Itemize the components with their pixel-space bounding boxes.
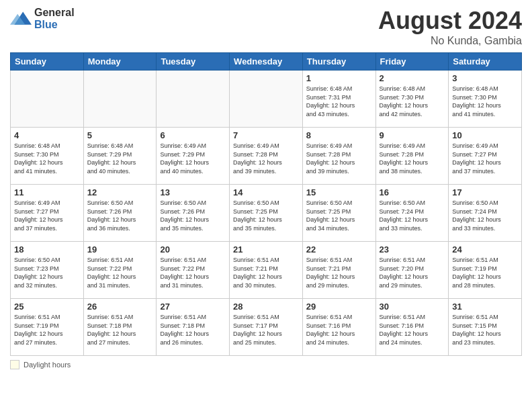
legend-box [10,360,19,369]
header-cell-tuesday: Tuesday [157,53,230,71]
day-number: 3 [452,73,518,83]
day-cell: 3Sunrise: 6:48 AM Sunset: 7:30 PM Daylig… [449,71,522,128]
logo: General Blue [10,7,75,30]
day-number: 18 [14,244,80,255]
day-cell: 26Sunrise: 6:51 AM Sunset: 7:18 PM Dayli… [83,299,157,356]
day-number: 26 [87,302,153,312]
day-info: Sunrise: 6:49 AM Sunset: 7:28 PM Dayligh… [380,142,445,175]
day-cell: 15Sunrise: 6:50 AM Sunset: 7:25 PM Dayli… [302,185,375,242]
calendar-subtitle: No Kunda, Gambia [378,35,522,47]
day-number: 27 [160,302,226,312]
day-cell: 30Sunrise: 6:51 AM Sunset: 7:16 PM Dayli… [375,299,449,356]
day-number: 5 [87,130,153,140]
day-cell: 2Sunrise: 6:48 AM Sunset: 7:30 PM Daylig… [375,71,449,128]
day-cell: 18Sunrise: 6:50 AM Sunset: 7:23 PM Dayli… [11,242,84,299]
week-row-2: 4Sunrise: 6:48 AM Sunset: 7:30 PM Daylig… [11,128,522,185]
header-cell-thursday: Thursday [302,53,375,71]
day-number: 14 [233,187,299,197]
day-cell: 31Sunrise: 6:51 AM Sunset: 7:15 PM Dayli… [449,299,522,356]
day-number: 16 [380,187,445,197]
logo-text: General Blue [34,7,75,30]
day-info: Sunrise: 6:48 AM Sunset: 7:30 PM Dayligh… [452,85,518,118]
logo-general-text: General [34,7,75,19]
day-cell: 14Sunrise: 6:50 AM Sunset: 7:25 PM Dayli… [230,185,303,242]
day-info: Sunrise: 6:50 AM Sunset: 7:26 PM Dayligh… [160,199,226,232]
day-info: Sunrise: 6:51 AM Sunset: 7:16 PM Dayligh… [380,313,445,347]
day-number: 24 [452,244,518,255]
title-area: August 2024 No Kunda, Gambia [378,7,522,47]
day-number: 29 [306,302,372,312]
day-cell: 6Sunrise: 6:49 AM Sunset: 7:29 PM Daylig… [157,128,230,185]
day-number: 6 [160,130,226,140]
day-info: Sunrise: 6:50 AM Sunset: 7:24 PM Dayligh… [452,199,518,232]
day-info: Sunrise: 6:51 AM Sunset: 7:18 PM Dayligh… [87,313,153,347]
day-cell: 21Sunrise: 6:51 AM Sunset: 7:21 PM Dayli… [230,242,303,299]
day-cell [11,71,84,128]
day-number: 23 [380,244,445,255]
header-row: SundayMondayTuesdayWednesdayThursdayFrid… [11,53,522,71]
day-info: Sunrise: 6:51 AM Sunset: 7:22 PM Dayligh… [160,256,226,289]
day-number: 8 [306,130,372,140]
day-number: 10 [452,130,518,140]
day-cell: 7Sunrise: 6:49 AM Sunset: 7:28 PM Daylig… [230,128,303,185]
day-info: Sunrise: 6:50 AM Sunset: 7:25 PM Dayligh… [306,199,372,232]
day-cell: 4Sunrise: 6:48 AM Sunset: 7:30 PM Daylig… [11,128,84,185]
header-cell-monday: Monday [83,53,157,71]
day-number: 15 [306,187,372,197]
day-number: 19 [87,244,153,255]
day-info: Sunrise: 6:49 AM Sunset: 7:27 PM Dayligh… [452,142,518,175]
day-number: 20 [160,244,226,255]
day-number: 9 [380,130,445,140]
header-cell-saturday: Saturday [449,53,522,71]
day-number: 31 [452,302,518,312]
day-cell: 23Sunrise: 6:51 AM Sunset: 7:20 PM Dayli… [375,242,449,299]
week-row-4: 18Sunrise: 6:50 AM Sunset: 7:23 PM Dayli… [11,242,522,299]
day-info: Sunrise: 6:50 AM Sunset: 7:24 PM Dayligh… [380,199,445,232]
day-cell: 19Sunrise: 6:51 AM Sunset: 7:22 PM Dayli… [83,242,157,299]
day-cell: 29Sunrise: 6:51 AM Sunset: 7:16 PM Dayli… [302,299,375,356]
day-cell: 12Sunrise: 6:50 AM Sunset: 7:26 PM Dayli… [83,185,157,242]
header-cell-sunday: Sunday [11,53,84,71]
day-cell: 20Sunrise: 6:51 AM Sunset: 7:22 PM Dayli… [157,242,230,299]
day-number: 7 [233,130,299,140]
day-cell: 24Sunrise: 6:51 AM Sunset: 7:19 PM Dayli… [449,242,522,299]
day-cell: 25Sunrise: 6:51 AM Sunset: 7:19 PM Dayli… [11,299,84,356]
day-info: Sunrise: 6:51 AM Sunset: 7:16 PM Dayligh… [306,313,372,347]
day-number: 28 [233,302,299,312]
day-number: 30 [380,302,445,312]
day-number: 25 [14,302,80,312]
page: General Blue August 2024 No Kunda, Gambi… [0,0,532,411]
day-cell: 10Sunrise: 6:49 AM Sunset: 7:27 PM Dayli… [449,128,522,185]
calendar-title: August 2024 [378,7,522,35]
day-info: Sunrise: 6:51 AM Sunset: 7:19 PM Dayligh… [452,256,518,289]
header-cell-wednesday: Wednesday [230,53,303,71]
day-info: Sunrise: 6:51 AM Sunset: 7:15 PM Dayligh… [452,313,518,347]
day-cell: 5Sunrise: 6:48 AM Sunset: 7:29 PM Daylig… [83,128,157,185]
day-cell: 27Sunrise: 6:51 AM Sunset: 7:18 PM Dayli… [157,299,230,356]
week-row-3: 11Sunrise: 6:49 AM Sunset: 7:27 PM Dayli… [11,185,522,242]
day-info: Sunrise: 6:48 AM Sunset: 7:30 PM Dayligh… [380,85,445,118]
day-info: Sunrise: 6:51 AM Sunset: 7:17 PM Dayligh… [233,313,299,347]
day-number: 1 [306,73,372,83]
day-info: Sunrise: 6:50 AM Sunset: 7:26 PM Dayligh… [87,199,153,232]
logo-icon [10,9,32,28]
logo-blue-text: Blue [34,19,75,31]
legend-label: Daylight hours [24,361,71,369]
day-number: 11 [14,187,80,197]
day-cell: 13Sunrise: 6:50 AM Sunset: 7:26 PM Dayli… [157,185,230,242]
day-info: Sunrise: 6:51 AM Sunset: 7:22 PM Dayligh… [87,256,153,289]
day-number: 13 [160,187,226,197]
day-info: Sunrise: 6:49 AM Sunset: 7:28 PM Dayligh… [306,142,372,175]
header: General Blue August 2024 No Kunda, Gambi… [10,7,522,47]
day-cell [83,71,157,128]
day-info: Sunrise: 6:48 AM Sunset: 7:29 PM Dayligh… [87,142,153,175]
day-cell: 17Sunrise: 6:50 AM Sunset: 7:24 PM Dayli… [449,185,522,242]
day-info: Sunrise: 6:49 AM Sunset: 7:27 PM Dayligh… [14,199,80,232]
day-number: 4 [14,130,80,140]
day-info: Sunrise: 6:49 AM Sunset: 7:29 PM Dayligh… [160,142,226,175]
day-cell: 11Sunrise: 6:49 AM Sunset: 7:27 PM Dayli… [11,185,84,242]
day-number: 2 [380,73,445,83]
day-number: 22 [306,244,372,255]
day-info: Sunrise: 6:50 AM Sunset: 7:23 PM Dayligh… [14,256,80,289]
day-cell: 9Sunrise: 6:49 AM Sunset: 7:28 PM Daylig… [375,128,449,185]
